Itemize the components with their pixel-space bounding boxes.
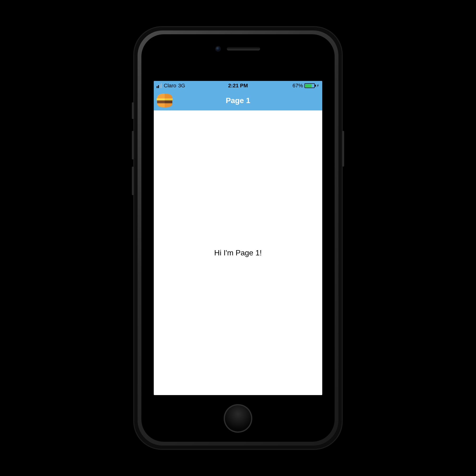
nav-bar: Page 1: [154, 90, 322, 110]
charging-bolt-icon: ⚡︎: [316, 83, 319, 88]
status-bar-right: 67% ⚡︎: [292, 83, 319, 89]
status-bar: Claro 3G 2:21 PM 67% ⚡︎: [154, 81, 322, 90]
battery-fill: [305, 84, 311, 87]
page-content: Hi I'm Page 1!: [154, 110, 322, 395]
body-text: Hi I'm Page 1!: [214, 249, 262, 257]
phone-power-button: [342, 131, 344, 167]
stage: Claro 3G 2:21 PM 67% ⚡︎: [0, 0, 476, 476]
battery-icon: [305, 83, 315, 88]
phone-volume-down: [132, 167, 134, 195]
carrier-label: Claro: [164, 83, 176, 89]
battery-percent-label: 67%: [292, 83, 303, 89]
phone-sensor-bar: [141, 47, 335, 51]
signal-strength-icon: [157, 83, 162, 88]
page-title: Page 1: [154, 96, 322, 105]
device-screen: Claro 3G 2:21 PM 67% ⚡︎: [154, 81, 322, 395]
phone-frame-outer: Claro 3G 2:21 PM 67% ⚡︎: [133, 26, 343, 450]
phone-mute-switch: [132, 102, 134, 119]
home-button[interactable]: [224, 404, 252, 433]
status-bar-left: Claro 3G: [157, 83, 185, 89]
earpiece-speaker-icon: [227, 47, 260, 51]
phone-frame-mid: Claro 3G 2:21 PM 67% ⚡︎: [137, 31, 339, 445]
front-camera-icon: [216, 47, 220, 51]
phone-volume-up: [132, 131, 134, 159]
network-type-label: 3G: [178, 83, 185, 89]
phone-frame-inner: Claro 3G 2:21 PM 67% ⚡︎: [141, 34, 335, 442]
